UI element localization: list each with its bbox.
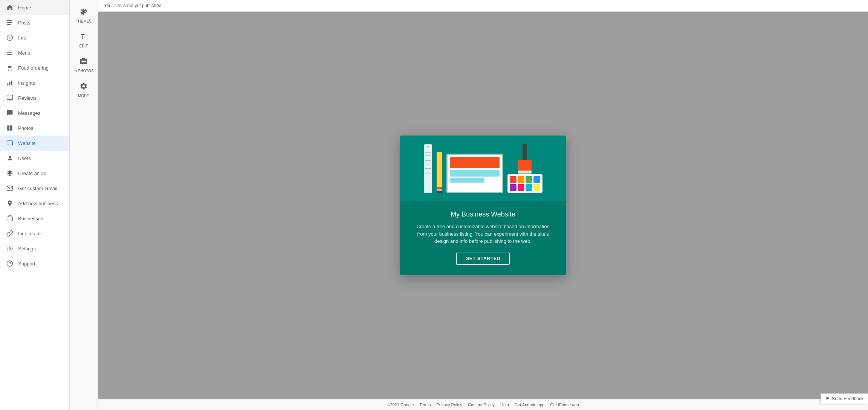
palette-color bbox=[518, 176, 524, 183]
sidebar-item-home[interactable]: Home bbox=[0, 0, 69, 15]
main-sidebar: Home Postsi Info Menu Food ordering Insi… bbox=[0, 0, 70, 410]
modal-illustration-area bbox=[400, 136, 566, 201]
footer-link-content[interactable]: Content Policy bbox=[468, 402, 495, 407]
sub-label-more: MORE bbox=[78, 94, 89, 98]
sub-sidebar: THEMEST EDIT to PHOTOS MORE bbox=[70, 0, 98, 410]
ruler-tick bbox=[425, 160, 431, 161]
footer-link-help[interactable]: Help bbox=[500, 402, 509, 407]
sidebar-item-menu[interactable]: Menu bbox=[0, 45, 69, 60]
ruler-tick bbox=[425, 174, 431, 174]
sidebar-item-reviews[interactable]: Reviews bbox=[0, 90, 69, 105]
businesses-icon bbox=[6, 215, 14, 222]
sidebar-item-link-ads[interactable]: Link to ads bbox=[0, 226, 69, 241]
footer-separator: · bbox=[433, 402, 434, 407]
get-started-button[interactable]: GET STARTED bbox=[456, 253, 510, 265]
sidebar-label-website: Website bbox=[18, 140, 36, 146]
notification-bar: Your site is not yet published bbox=[98, 0, 868, 12]
ruler-tick bbox=[425, 152, 431, 153]
sidebar-item-gmail[interactable]: Get custom Gmail bbox=[0, 181, 69, 196]
food-ordering-icon bbox=[6, 64, 14, 72]
send-feedback-button[interactable]: ⚑ Send Feedback bbox=[821, 393, 868, 404]
info-icon: i bbox=[6, 34, 14, 41]
ruler-illustration bbox=[424, 144, 432, 193]
ruler-tick bbox=[425, 158, 431, 158]
footer-copyright: ©2021 Google bbox=[387, 402, 414, 407]
palette-color bbox=[533, 184, 540, 191]
sub-sidebar-item-themes[interactable]: THEMES bbox=[70, 3, 98, 28]
svg-rect-0 bbox=[7, 20, 12, 21]
footer-link-iphone[interactable]: Get iPhone app bbox=[550, 402, 579, 407]
svg-text:T: T bbox=[81, 33, 85, 40]
sub-sidebar-item-edit[interactable]: T EDIT bbox=[70, 28, 98, 53]
sub-label-edit: EDIT bbox=[79, 44, 88, 48]
sidebar-label-gmail: Get custom Gmail bbox=[18, 186, 57, 191]
sidebar-label-food-ordering: Food ordering bbox=[18, 65, 49, 71]
sub-sidebar-item-more[interactable]: MORE bbox=[70, 78, 98, 102]
reviews-icon bbox=[6, 94, 14, 102]
sidebar-item-businesses[interactable]: Businesses bbox=[0, 211, 69, 226]
sidebar-item-posts[interactable]: Posts bbox=[0, 15, 69, 30]
sidebar-item-settings[interactable]: Settings bbox=[0, 241, 69, 256]
svg-rect-10 bbox=[10, 125, 12, 128]
sidebar-label-support: Support bbox=[18, 261, 35, 267]
posts-icon bbox=[6, 19, 14, 26]
ruler-tick bbox=[425, 163, 431, 163]
support-icon bbox=[6, 260, 14, 267]
svg-rect-9 bbox=[7, 125, 9, 128]
palette-color bbox=[526, 184, 532, 191]
svg-rect-2 bbox=[7, 24, 11, 25]
center-area: My Business Website Create a free and cu… bbox=[98, 12, 868, 399]
messages-icon bbox=[6, 109, 14, 117]
sidebar-item-food-ordering[interactable]: Food ordering bbox=[0, 60, 69, 75]
right-illustration bbox=[507, 144, 542, 193]
footer-separator: · bbox=[465, 402, 466, 407]
sidebar-item-create-ad[interactable]: Create an ad bbox=[0, 166, 69, 181]
sub-sidebar-item-photos[interactable]: to PHOTOS bbox=[70, 53, 98, 78]
sidebar-label-posts: Posts bbox=[18, 20, 31, 26]
sidebar-item-add-business[interactable]: Add new business bbox=[0, 196, 69, 211]
footer-link-android[interactable]: Get Android app bbox=[515, 402, 545, 407]
footer-link-privacy[interactable]: Privacy Policy bbox=[436, 402, 462, 407]
sidebar-label-add-business: Add new business bbox=[18, 201, 58, 206]
insights-icon bbox=[6, 79, 14, 87]
ruler-tick bbox=[425, 150, 431, 150]
sidebar-label-home: Home bbox=[18, 5, 31, 11]
sidebar-label-create-ad: Create an ad bbox=[18, 171, 46, 176]
sidebar-item-support[interactable]: Support bbox=[0, 256, 69, 271]
screen-header bbox=[450, 157, 500, 168]
edit-icon: T bbox=[79, 32, 88, 43]
pencil-illustration bbox=[437, 152, 442, 193]
feedback-label: Send Feedback bbox=[832, 396, 863, 401]
sidebar-item-messages[interactable]: Messages bbox=[0, 105, 69, 120]
themes-icon bbox=[79, 8, 88, 18]
svg-rect-12 bbox=[10, 128, 12, 131]
notification-text: Your site is not yet published bbox=[104, 3, 161, 8]
sidebar-label-link-ads: Link to ads bbox=[18, 231, 42, 236]
sidebar-label-messages: Messages bbox=[18, 110, 40, 116]
screen-illustration bbox=[446, 154, 503, 193]
photos-icon bbox=[6, 124, 14, 132]
add-business-icon bbox=[6, 200, 14, 207]
sidebar-item-website[interactable]: Website bbox=[0, 136, 69, 151]
sidebar-label-menu: Menu bbox=[18, 50, 31, 56]
svg-point-14 bbox=[9, 156, 11, 158]
sidebar-item-photos[interactable]: Photos bbox=[0, 120, 69, 136]
svg-point-17 bbox=[9, 248, 11, 250]
sidebar-item-users[interactable]: Users bbox=[0, 151, 69, 166]
sidebar-item-info[interactable]: i Info bbox=[0, 30, 69, 45]
svg-rect-8 bbox=[7, 95, 13, 100]
footer-separator: · bbox=[511, 402, 512, 407]
sub-label-photos: to PHOTOS bbox=[73, 69, 93, 73]
sidebar-label-businesses: Businesses bbox=[18, 216, 43, 221]
more-icon bbox=[79, 82, 88, 92]
sidebar-item-insights[interactable]: Insights bbox=[0, 75, 69, 90]
footer-separator: · bbox=[497, 402, 498, 407]
footer-link-terms[interactable]: Terms bbox=[419, 402, 431, 407]
screen-body1 bbox=[450, 170, 500, 177]
sidebar-label-info: Info bbox=[18, 35, 26, 41]
modal-title: My Business Website bbox=[412, 210, 554, 218]
svg-rect-1 bbox=[7, 22, 12, 23]
modal-card: My Business Website Create a free and cu… bbox=[400, 136, 566, 275]
sidebar-label-settings: Settings bbox=[18, 246, 36, 251]
sub-label-themes: THEMES bbox=[76, 19, 92, 23]
